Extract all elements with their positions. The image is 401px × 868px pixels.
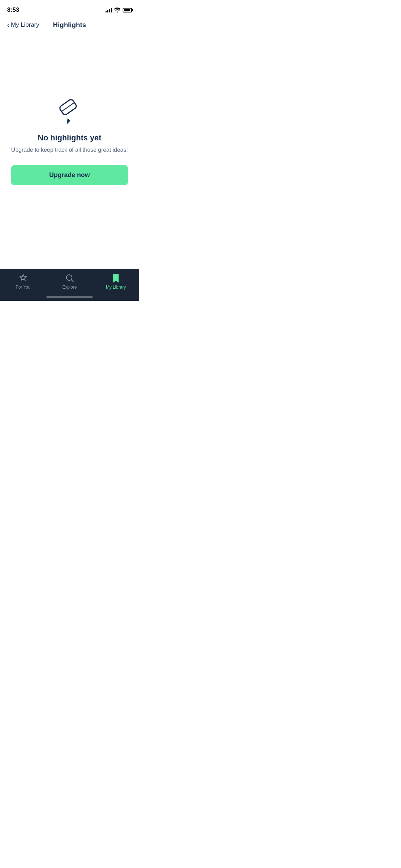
home-indicator <box>46 296 93 298</box>
back-chevron-icon: ‹ <box>7 21 10 29</box>
tab-bar: For You Explore My Library <box>0 269 139 301</box>
empty-subtitle: Upgrade to keep track of all those great… <box>11 146 128 154</box>
tab-my-library[interactable]: My Library <box>93 273 139 290</box>
back-label: My Library <box>11 21 39 29</box>
my-library-icon <box>111 273 121 283</box>
empty-state-icon <box>55 96 84 126</box>
svg-point-0 <box>117 11 118 12</box>
status-icons <box>106 7 132 12</box>
tab-explore[interactable]: Explore <box>46 273 93 290</box>
for-you-icon <box>18 273 28 283</box>
tab-explore-label: Explore <box>62 285 77 290</box>
upgrade-now-button[interactable]: Upgrade now <box>11 165 128 185</box>
empty-title: No highlights yet <box>38 133 101 143</box>
signal-icon <box>106 7 112 12</box>
battery-icon <box>123 8 132 12</box>
svg-line-4 <box>71 280 73 282</box>
explore-icon <box>65 273 74 283</box>
tab-for-you[interactable]: For You <box>0 273 46 290</box>
nav-header: ‹ My Library Highlights <box>0 18 139 34</box>
tab-for-you-label: For You <box>16 285 30 290</box>
page-title: Highlights <box>53 21 86 29</box>
back-button[interactable]: ‹ My Library <box>7 21 39 29</box>
highlighter-icon <box>55 96 84 125</box>
tab-my-library-label: My Library <box>106 285 126 290</box>
status-bar: 8:53 <box>0 0 139 18</box>
status-time: 8:53 <box>7 6 19 14</box>
wifi-icon <box>114 7 120 12</box>
main-content: No highlights yet Upgrade to keep track … <box>0 34 139 269</box>
